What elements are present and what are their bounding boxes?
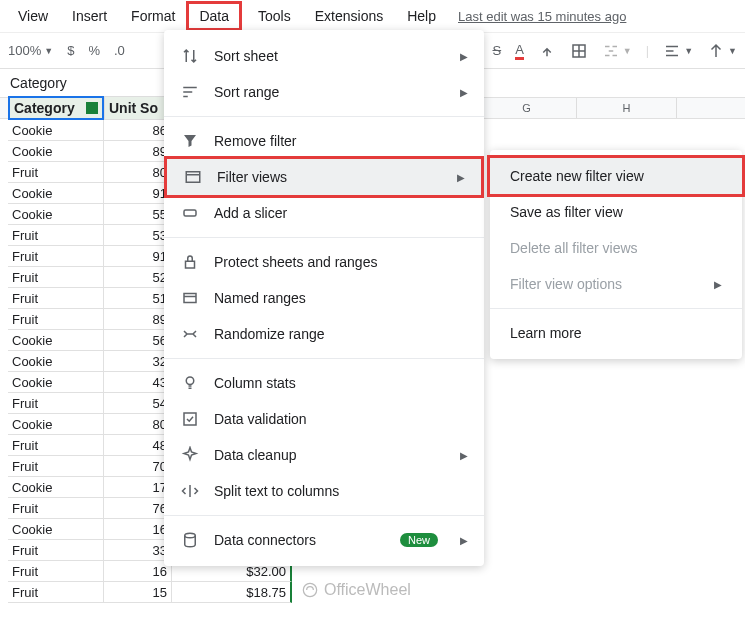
- cell-units[interactable]: 89: [104, 309, 172, 330]
- menu-sort-sheet[interactable]: Sort sheet ▶: [164, 38, 484, 74]
- menu-randomize-range[interactable]: Randomize range: [164, 316, 484, 352]
- cell-units[interactable]: 51: [104, 288, 172, 309]
- cell-category[interactable]: Fruit: [8, 267, 104, 288]
- submenu-save-as-filter-view[interactable]: Save as filter view: [490, 194, 742, 230]
- menu-column-stats[interactable]: Column stats: [164, 365, 484, 401]
- menu-data-connectors[interactable]: Data connectors New ▶: [164, 522, 484, 558]
- cell-units[interactable]: 80: [104, 414, 172, 435]
- filter-icon[interactable]: [86, 102, 98, 114]
- cell-units[interactable]: 76: [104, 498, 172, 519]
- cell-units[interactable]: 54: [104, 393, 172, 414]
- cell-category[interactable]: Fruit: [8, 456, 104, 477]
- cell-category[interactable]: Cookie: [8, 519, 104, 540]
- chevron-right-icon: ▶: [460, 535, 468, 546]
- svg-rect-1: [186, 172, 200, 183]
- cell-category[interactable]: Cookie: [8, 141, 104, 162]
- cell-units[interactable]: 89: [104, 141, 172, 162]
- cell-units[interactable]: 16: [104, 561, 172, 582]
- cell-units[interactable]: 16: [104, 519, 172, 540]
- lock-icon: [180, 252, 200, 272]
- watermark: OfficeWheel: [300, 580, 411, 600]
- menu-add-slicer[interactable]: Add a slicer: [164, 195, 484, 231]
- cell-units[interactable]: 53: [104, 225, 172, 246]
- menu-data-cleanup[interactable]: Data cleanup ▶: [164, 437, 484, 473]
- cell-units[interactable]: 48: [104, 435, 172, 456]
- menu-extensions[interactable]: Extensions: [305, 4, 393, 28]
- menu-filter-views[interactable]: Filter views ▶: [164, 156, 484, 198]
- submenu-create-filter-view[interactable]: Create new filter view: [487, 155, 745, 197]
- cell-units[interactable]: 33: [104, 540, 172, 561]
- cell-category[interactable]: Cookie: [8, 183, 104, 204]
- merge-icon[interactable]: ▼: [602, 42, 632, 60]
- cell-price[interactable]: $18.75: [172, 582, 292, 603]
- cell-units[interactable]: 52: [104, 267, 172, 288]
- cell-category[interactable]: Cookie: [8, 204, 104, 225]
- cell-category[interactable]: Fruit: [8, 393, 104, 414]
- menu-insert[interactable]: Insert: [62, 4, 117, 28]
- last-edit-info[interactable]: Last edit was 15 minutes ago: [458, 9, 626, 24]
- cell-category[interactable]: Fruit: [8, 225, 104, 246]
- cell-category[interactable]: Fruit: [8, 435, 104, 456]
- menu-format[interactable]: Format: [121, 4, 185, 28]
- validation-icon: [180, 409, 200, 429]
- menu-view[interactable]: View: [8, 4, 58, 28]
- menu-data[interactable]: Data: [186, 1, 242, 31]
- cell-units[interactable]: 15: [104, 582, 172, 603]
- zoom-selector[interactable]: 100%▼: [8, 43, 53, 58]
- chevron-right-icon: ▶: [457, 172, 465, 183]
- header-units[interactable]: Unit So: [104, 96, 172, 120]
- cell-category[interactable]: Fruit: [8, 561, 104, 582]
- cell-units[interactable]: 91: [104, 246, 172, 267]
- fill-color-icon[interactable]: [538, 42, 556, 60]
- menu-tools[interactable]: Tools: [248, 4, 301, 28]
- menu-remove-filter[interactable]: Remove filter: [164, 123, 484, 159]
- separator: [164, 237, 484, 238]
- format-decimals[interactable]: .0: [114, 43, 125, 58]
- valign-icon[interactable]: ▼: [707, 42, 737, 60]
- cell-units[interactable]: 56: [104, 330, 172, 351]
- cell-units[interactable]: 86: [104, 120, 172, 141]
- cell-category[interactable]: Fruit: [8, 540, 104, 561]
- cell-units[interactable]: 43: [104, 372, 172, 393]
- cell-category[interactable]: Cookie: [8, 372, 104, 393]
- menu-help[interactable]: Help: [397, 4, 446, 28]
- align-icon[interactable]: ▼: [663, 42, 693, 60]
- cell-category[interactable]: Cookie: [8, 330, 104, 351]
- format-currency[interactable]: $: [67, 43, 74, 58]
- menu-data-validation[interactable]: Data validation: [164, 401, 484, 437]
- cell-units[interactable]: 32: [104, 351, 172, 372]
- menu-sort-range[interactable]: Sort range ▶: [164, 74, 484, 110]
- chevron-right-icon: ▶: [714, 279, 722, 290]
- menu-split-text[interactable]: Split text to columns: [164, 473, 484, 509]
- cell-category[interactable]: Fruit: [8, 498, 104, 519]
- randomize-icon: [180, 324, 200, 344]
- cell-category[interactable]: Fruit: [8, 246, 104, 267]
- borders-icon[interactable]: [570, 42, 588, 60]
- cell-category[interactable]: Fruit: [8, 309, 104, 330]
- cell-category[interactable]: Cookie: [8, 351, 104, 372]
- cell-units[interactable]: 70: [104, 456, 172, 477]
- cell-category[interactable]: Cookie: [8, 120, 104, 141]
- svg-rect-6: [184, 413, 196, 425]
- menu-protect-sheets[interactable]: Protect sheets and ranges: [164, 244, 484, 280]
- submenu-learn-more[interactable]: Learn more: [490, 315, 742, 351]
- header-category[interactable]: Category: [8, 96, 104, 120]
- cell-units[interactable]: 17: [104, 477, 172, 498]
- cell-category[interactable]: Cookie: [8, 477, 104, 498]
- cell-category[interactable]: Fruit: [8, 162, 104, 183]
- text-color-button[interactable]: A: [515, 42, 524, 60]
- svg-rect-2: [184, 210, 196, 216]
- cell-category[interactable]: Fruit: [8, 582, 104, 603]
- cell-category[interactable]: Fruit: [8, 288, 104, 309]
- data-menu-dropdown: Sort sheet ▶ Sort range ▶ Remove filter …: [164, 30, 484, 566]
- col-header-h[interactable]: H: [577, 98, 677, 118]
- menu-named-ranges[interactable]: Named ranges: [164, 280, 484, 316]
- strikethrough-button[interactable]: S: [493, 43, 502, 58]
- col-header-g[interactable]: G: [477, 98, 577, 118]
- cell-units[interactable]: 80: [104, 162, 172, 183]
- cell-units[interactable]: 55: [104, 204, 172, 225]
- menubar: View Insert Format Data Tools Extensions…: [0, 0, 745, 33]
- cell-category[interactable]: Cookie: [8, 414, 104, 435]
- cell-units[interactable]: 91: [104, 183, 172, 204]
- format-percent[interactable]: %: [88, 43, 100, 58]
